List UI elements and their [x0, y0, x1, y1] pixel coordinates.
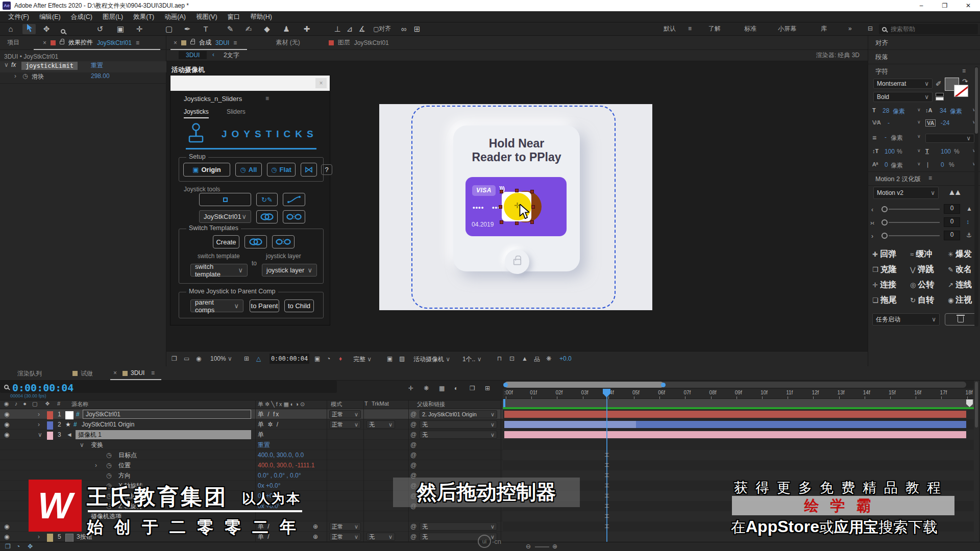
breadcrumb-back-icon[interactable]: ‹: [212, 51, 214, 58]
resolution-select[interactable]: 完整 ∨: [353, 355, 372, 364]
panel-menu-icon[interactable]: ≡: [928, 174, 932, 182]
puppet-pin-tool-icon[interactable]: ✚: [300, 24, 313, 34]
3d-switch-icon[interactable]: ⊕: [313, 521, 318, 532]
create-button[interactable]: Create: [213, 235, 239, 248]
expand-modes-icon[interactable]: ◔: [16, 543, 20, 550]
tab-close-icon[interactable]: ×: [113, 369, 117, 377]
property-value[interactable]: 0x +0.0°: [258, 481, 281, 491]
property-name[interactable]: 方向: [118, 470, 131, 481]
layer-switches[interactable]: 单: [258, 430, 265, 440]
local-axis-mode-icon[interactable]: ⊥: [331, 24, 344, 34]
property-value[interactable]: 重置: [258, 440, 270, 450]
tracking-value[interactable]: -24: [941, 119, 949, 127]
composition-mini-flowchart-icon[interactable]: ✛: [408, 385, 413, 392]
stroke-color-swatch[interactable]: [954, 85, 968, 97]
chevron-down-icon[interactable]: ∨: [917, 107, 921, 112]
layer-name[interactable]: JoyStkCtrl01: [83, 410, 251, 419]
chevron-down-icon[interactable]: ∨: [917, 119, 921, 124]
flat-button[interactable]: ◷ Flat: [267, 163, 296, 177]
eraser-tool-icon[interactable]: ◆: [260, 24, 274, 34]
breadcrumb-item[interactable]: 2文字: [224, 51, 239, 60]
flowchart-icon[interactable]: 品: [534, 355, 540, 364]
slider-handle[interactable]: [881, 219, 888, 226]
pickwhip-icon[interactable]: @: [410, 460, 416, 470]
comp-canvas[interactable]: Hold Near Reader to PPlay VISA ))) •••• …: [379, 104, 652, 310]
selection-handle[interactable]: [530, 190, 534, 193]
screen-icon[interactable]: ▭: [184, 355, 189, 362]
rocket-icon[interactable]: ▲: [966, 205, 972, 212]
graph-editor-icon[interactable]: ⊞: [485, 385, 490, 392]
column-divider[interactable]: [327, 400, 327, 551]
parent-link-column[interactable]: 父级和链接: [417, 400, 445, 408]
unlink-button[interactable]: [283, 210, 305, 223]
selection-handle[interactable]: [499, 205, 502, 209]
navigator-handle-left[interactable]: [503, 383, 508, 387]
chevron-down-icon[interactable]: ∨: [917, 161, 921, 166]
view-axis-mode-icon[interactable]: ∡: [355, 24, 369, 34]
panel-menu-icon[interactable]: ≡: [233, 39, 237, 46]
menu-layer[interactable]: 图层(L): [97, 11, 128, 22]
roto-brush-tool-icon[interactable]: ♟: [280, 24, 293, 34]
task-launcher-select[interactable]: 任务启动∨: [872, 313, 940, 325]
parent-select[interactable]: 无: [422, 431, 428, 438]
motion-button-wire[interactable]: ↗连线: [948, 280, 972, 290]
parent-select[interactable]: 无: [422, 523, 428, 530]
tab-close-icon[interactable]: ×: [43, 39, 46, 46]
blend-mode-select[interactable]: 正常: [332, 523, 343, 530]
stopwatch-icon[interactable]: ◷: [106, 460, 111, 470]
transparency-grid-icon[interactable]: ▨: [399, 355, 405, 362]
font-style-select[interactable]: Bold∨: [873, 92, 933, 102]
navigator-handle-right[interactable]: [661, 383, 666, 387]
lock-icon[interactable]: [190, 41, 195, 44]
link-tool-icon[interactable]: ∞: [397, 24, 410, 34]
keyframe-marker[interactable]: 工: [604, 511, 610, 521]
property-name[interactable]: 变换: [91, 440, 103, 450]
slider-handle[interactable]: [881, 206, 888, 212]
leading-value[interactable]: 34: [940, 107, 946, 114]
slider-track[interactable]: [889, 209, 940, 210]
work-area-start-handle[interactable]: [503, 399, 505, 407]
selection-tool-icon[interactable]: [22, 24, 36, 34]
horizontal-scale-value[interactable]: 100: [941, 148, 951, 155]
mode-column[interactable]: 模式: [331, 400, 342, 408]
renderer-label[interactable]: 渲染器: 经典 3D: [816, 51, 860, 60]
menu-file[interactable]: 文件(F): [3, 11, 34, 22]
type-tool-icon[interactable]: T: [199, 24, 212, 34]
workspace-libraries[interactable]: 库: [821, 22, 827, 35]
updown-arrow-icon[interactable]: ↕: [966, 218, 969, 226]
selection-handle[interactable]: [515, 189, 519, 192]
expander-icon[interactable]: ∨: [80, 440, 84, 450]
joystick-layer-select[interactable]: JoyStkCtrl01∨: [199, 210, 251, 223]
curve-tool-button[interactable]: [283, 193, 305, 206]
selection-handle[interactable]: [530, 220, 534, 224]
keyframe-marker[interactable]: 工: [604, 470, 610, 481]
help-button[interactable]: ?: [321, 164, 332, 175]
slider-value[interactable]: 0: [944, 204, 960, 214]
trkmat-select[interactable]: 无: [369, 533, 375, 540]
layer-name[interactable]: 摄像机 1: [76, 430, 251, 439]
property-value[interactable]: 400.0, 300.0, 0.0: [258, 450, 304, 460]
trkmat-column[interactable]: TrkMat: [372, 400, 389, 407]
selection-handle[interactable]: [531, 205, 535, 209]
world-axis-mode-icon[interactable]: ⊿: [343, 24, 356, 34]
vertical-scale-value[interactable]: 100: [885, 148, 895, 155]
exposure-value[interactable]: +0.0: [559, 355, 572, 362]
eyedropper-icon[interactable]: ✐: [936, 80, 942, 88]
workspace-standard[interactable]: 标准: [744, 22, 756, 35]
pickwhip-icon[interactable]: @: [410, 521, 416, 532]
expander-icon[interactable]: ›: [38, 409, 40, 419]
pixel-aspect-icon[interactable]: ⊓: [497, 355, 502, 362]
property-value[interactable]: 400.0, 300.0, -1111.1: [258, 460, 314, 470]
panel-menu-icon[interactable]: ≡: [962, 67, 966, 74]
motion-button-clone[interactable]: ❒克隆: [872, 264, 897, 275]
line-value[interactable]: -: [885, 134, 887, 141]
timeline-icon[interactable]: ▲: [522, 355, 528, 362]
parent-comps-select[interactable]: parent comps∨: [190, 299, 243, 312]
floating-window-titlebar[interactable]: ×: [170, 76, 330, 91]
font-size-value[interactable]: 28: [883, 107, 889, 114]
trkmat-select[interactable]: 无: [369, 421, 375, 428]
unlink-button[interactable]: [272, 235, 295, 248]
orient-tool-button[interactable]: ↻✎: [256, 193, 278, 206]
pickwhip-icon[interactable]: @: [410, 440, 416, 450]
joystick-layer-select-2[interactable]: joystick layer∨: [262, 264, 317, 277]
